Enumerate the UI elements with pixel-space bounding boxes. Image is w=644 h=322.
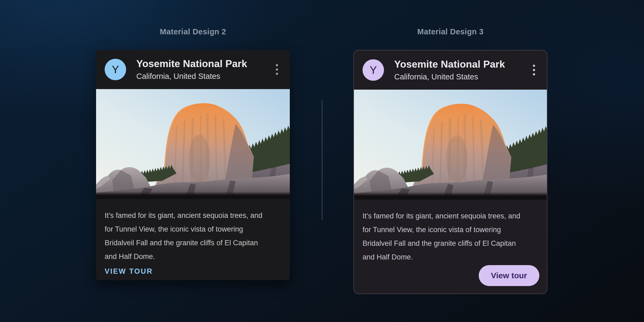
card-md3: Y Yosemite National Park California, Uni… (353, 50, 547, 294)
card-subtitle: California, United States (136, 72, 274, 81)
card-md2-header: Y Yosemite National Park California, Uni… (96, 50, 290, 89)
card-md3-header: Y Yosemite National Park California, Uni… (354, 50, 547, 90)
body-line: Bridalveil Fall and the granite cliffs o… (363, 237, 538, 250)
view-tour-button[interactable]: VIEW TOUR (104, 265, 153, 278)
vertical-divider (322, 100, 323, 220)
card-body-text: It’s famed for its giant, ancient sequoi… (354, 200, 547, 264)
card-title: Yosemite National Park (136, 58, 274, 69)
kebab-dot (533, 73, 535, 75)
kebab-dot (276, 73, 278, 75)
card-md2: Y Yosemite National Park California, Uni… (96, 50, 290, 280)
avatar: Y (105, 59, 126, 80)
avatar: Y (363, 59, 384, 81)
canvas: Material Design 2 Material Design 3 Y Yo… (0, 0, 644, 322)
card-title: Yosemite National Park (394, 59, 531, 70)
body-line: Bridalveil Fall and the granite cliffs o… (105, 236, 281, 250)
more-options-icon[interactable] (274, 62, 280, 77)
card-actions: View tour (354, 264, 547, 294)
card-header-text: Yosemite National Park California, Unite… (394, 59, 531, 81)
card-subtitle: California, United States (394, 72, 531, 81)
kebab-dot (276, 64, 278, 66)
body-line: It’s famed for its giant, ancient sequoi… (105, 209, 281, 222)
card-header-text: Yosemite National Park California, Unite… (136, 58, 274, 81)
kebab-dot (533, 65, 535, 67)
body-line: for Tunnel View, the iconic vista of tow… (105, 222, 281, 236)
label-material-design-3: Material Design 3 (353, 27, 547, 36)
label-material-design-2: Material Design 2 (96, 27, 290, 36)
more-options-icon[interactable] (531, 63, 537, 78)
card-body-text: It’s famed for its giant, ancient sequoi… (96, 199, 290, 264)
kebab-dot (533, 69, 535, 71)
body-line: for Tunnel View, the iconic vista of tow… (363, 223, 538, 237)
view-tour-button[interactable]: View tour (479, 265, 539, 286)
half-dome-photo (354, 90, 547, 200)
card-actions: VIEW TOUR (96, 265, 290, 280)
body-line: and Half Dome. (363, 250, 538, 264)
body-line: It’s famed for its giant, ancient sequoi… (363, 209, 538, 223)
kebab-dot (276, 68, 278, 71)
body-line: and Half Dome. (105, 250, 281, 264)
half-dome-photo (96, 89, 290, 199)
